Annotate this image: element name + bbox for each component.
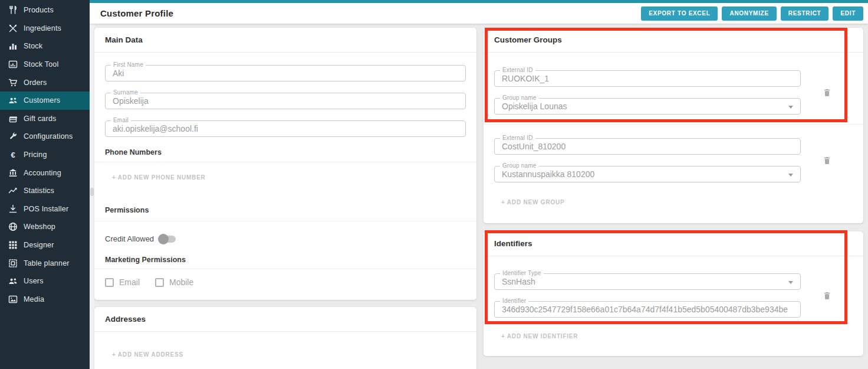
- trash-icon: [823, 88, 831, 97]
- sidebar-item-pricing[interactable]: €Pricing: [0, 146, 90, 164]
- delete-group-button[interactable]: [820, 154, 834, 168]
- customer-group-row: External ID RUOKOIK_1 Group name Opiskel…: [484, 53, 863, 125]
- marketing-mobile-checkbox[interactable]: Mobile: [155, 277, 193, 287]
- group-name-select[interactable]: Group name Kustannuspaikka 810200: [494, 166, 801, 182]
- card-title: Addresses: [94, 307, 476, 332]
- credit-allowed-toggle[interactable]: [159, 236, 176, 243]
- field-label: External ID: [500, 135, 535, 141]
- field-value: Opiskelija: [106, 93, 465, 109]
- field-value: RUOKOIK_1: [495, 71, 800, 86]
- marketing-permissions-heading: Marketing Permissions: [105, 256, 466, 269]
- field-value: CostUnit_810200: [495, 139, 800, 154]
- sidebar-item-media[interactable]: Media: [0, 290, 90, 309]
- first-name-field[interactable]: First Name Aki: [105, 65, 466, 81]
- card-title: Customer Groups: [484, 28, 863, 53]
- email-field[interactable]: Email aki.opiskelija@school.fi: [105, 120, 466, 137]
- delete-group-button[interactable]: [820, 86, 834, 100]
- bar-chart-icon: [8, 41, 18, 51]
- bank-icon: [8, 168, 18, 178]
- field-value: aki.opiskelija@school.fi: [106, 121, 465, 136]
- card-title: Main Data: [94, 28, 476, 53]
- euro-icon: €: [8, 150, 18, 160]
- sidebar-item-products[interactable]: Products: [0, 1, 90, 19]
- field-label: Identifier Type: [500, 270, 544, 276]
- add-group-link[interactable]: + ADD NEW GROUP: [501, 199, 564, 205]
- add-identifier-link[interactable]: + ADD NEW IDENTIFIER: [501, 333, 578, 339]
- grid-icon: [8, 240, 18, 250]
- scrollbar-thumb[interactable]: [90, 188, 94, 196]
- people-icon: [8, 96, 18, 106]
- trash-icon: [823, 156, 831, 165]
- sidebar-item-configurations[interactable]: Configurations: [0, 128, 90, 146]
- chevron-down-icon: [788, 281, 793, 284]
- restrict-button[interactable]: RESTRICT: [781, 6, 829, 21]
- add-phone-number-link[interactable]: + ADD NEW PHONE NUMBER: [112, 174, 206, 181]
- divider: [94, 162, 476, 162]
- customer-group-row: External ID CostUnit_810200 Group name K…: [484, 125, 863, 182]
- cart-icon: [8, 77, 18, 87]
- field-value: 346d930c2547729f158e66a01c7b64a74d7f4f41…: [495, 302, 800, 317]
- content-area: Main Data First Name Aki Surname Opiskel…: [90, 24, 868, 369]
- sidebar-item-orders[interactable]: Orders: [0, 73, 90, 92]
- credit-allowed-label: Credit Allowed: [105, 234, 154, 243]
- boxed-chart-icon: [8, 60, 18, 70]
- header-actions: EXPORT TO EXCEL ANONYMIZE RESTRICT EDIT: [641, 6, 863, 21]
- field-value: Aki: [106, 66, 465, 81]
- field-value: Kustannuspaikka 810200: [495, 166, 800, 182]
- customer-groups-card: Customer Groups External ID RUOKOIK_1 Gr…: [484, 28, 863, 223]
- permissions-heading: Permissions: [105, 206, 466, 221]
- sidebar-item-statistics[interactable]: Statistics: [0, 182, 90, 200]
- giftcard-icon: [8, 113, 18, 123]
- addresses-card: Addresses + ADD NEW ADDRESS: [94, 307, 476, 369]
- external-id-field[interactable]: External ID RUOKOIK_1: [494, 70, 801, 87]
- page-header: Customer Profile EXPORT TO EXCEL ANONYMI…: [90, 3, 868, 24]
- svg-text:€: €: [11, 151, 15, 159]
- edit-button[interactable]: EDIT: [833, 6, 863, 21]
- sidebar-item-webshop[interactable]: Webshop: [0, 218, 90, 236]
- main-data-card: Main Data First Name Aki Surname Opiskel…: [94, 28, 476, 300]
- export-to-excel-button[interactable]: EXPORT TO EXCEL: [641, 6, 718, 21]
- sidebar-item-ingredients[interactable]: Ingredients: [0, 19, 90, 38]
- sidebar-item-accounting[interactable]: Accounting: [0, 164, 90, 182]
- field-label: Email: [111, 117, 131, 123]
- sidebar-item-customers[interactable]: Customers: [0, 92, 90, 110]
- sidebar: Products Ingredients Stock Stock Tool Or…: [0, 0, 90, 369]
- identifiers-card: Identifiers Identifier Type SsnHash Iden…: [484, 231, 863, 356]
- sidebar-item-stock-tool[interactable]: Stock Tool: [0, 55, 90, 74]
- field-label: First Name: [111, 61, 146, 68]
- field-label: Surname: [111, 89, 140, 96]
- checkbox-icon: [105, 278, 114, 287]
- table-planner-icon: [8, 258, 18, 268]
- sidebar-item-stock[interactable]: Stock: [0, 37, 90, 55]
- sidebar-item-designer[interactable]: Designer: [0, 236, 90, 254]
- utensils-icon: [8, 5, 18, 15]
- identifier-row: Identifier Type SsnHash Identifier 346d9…: [484, 256, 863, 318]
- card-title: Identifiers: [484, 231, 863, 256]
- surname-field[interactable]: Surname Opiskelija: [105, 93, 466, 109]
- external-id-field[interactable]: External ID CostUnit_810200: [494, 138, 801, 155]
- field-label: Group name: [500, 94, 539, 101]
- field-value: Opiskelija Lounas: [495, 99, 800, 114]
- marketing-email-checkbox[interactable]: Email: [105, 277, 140, 287]
- field-label: Identifier: [500, 298, 528, 304]
- sidebar-item-table-planner[interactable]: Table planner: [0, 254, 90, 272]
- download-icon: [8, 204, 18, 214]
- checkbox-icon: [155, 278, 164, 287]
- identifier-field[interactable]: Identifier 346d930c2547729f158e66a01c7b6…: [494, 301, 801, 318]
- toggle-knob-icon: [158, 234, 169, 244]
- field-label: External ID: [500, 67, 535, 73]
- sidebar-item-users[interactable]: Users: [0, 272, 90, 290]
- divider: [94, 269, 476, 269]
- identifier-type-select[interactable]: Identifier Type SsnHash: [494, 273, 801, 290]
- add-address-link[interactable]: + ADD NEW ADDRESS: [112, 351, 183, 358]
- sidebar-item-pos-installer[interactable]: POS Installer: [0, 200, 90, 218]
- globe-icon: [8, 222, 18, 232]
- sidebar-item-gift-cards[interactable]: Gift cards: [0, 110, 90, 128]
- trend-icon: [8, 186, 18, 196]
- image-icon: [8, 294, 18, 304]
- anonymize-button[interactable]: ANONYMIZE: [722, 6, 776, 21]
- vertical-scrollbar[interactable]: [90, 24, 94, 369]
- field-label: Group name: [500, 162, 539, 169]
- delete-identifier-button[interactable]: [820, 289, 834, 303]
- group-name-select[interactable]: Group name Opiskelija Lounas: [494, 98, 801, 115]
